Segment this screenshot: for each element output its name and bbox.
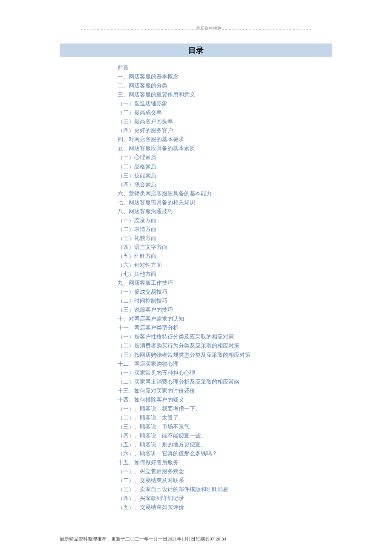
header-rule: ………………………………………………………………………最新资料推荐…………………… [60, 26, 332, 32]
toc-item[interactable]: 十、对网店客户需求的认知 [118, 314, 332, 323]
toc-item[interactable]: 八、网店客服沟通技巧 [118, 207, 332, 216]
toc-item[interactable]: （四）更好的服务客户 [118, 126, 332, 135]
toc-item[interactable]: （四）、顾客说：能不能便宜一些。 [118, 431, 332, 440]
toc-item[interactable]: 一、网店客服的基本概念 [118, 72, 332, 81]
toc-item[interactable]: （一）、树立售后服务观念 [118, 467, 332, 476]
toc-item[interactable]: 十三、如何应对买家的讨价还价 [118, 386, 332, 395]
toc-item[interactable]: 三、网店客服的重要作用和意义 [118, 90, 332, 99]
toc-item[interactable]: （七）其他方面 [118, 269, 332, 278]
toc-item[interactable]: （三）提高客户回头率 [118, 117, 332, 126]
toc-item[interactable]: （四）、买家款到详细记录 [118, 494, 332, 503]
toc-item[interactable]: （六）针对性方面 [118, 260, 332, 269]
toc-item[interactable]: （六）、顾客讲：它真的值那么多钱吗？ [118, 449, 332, 458]
toc-list: 前言一、网店客服的基本概念二、网店客服的分类三、网店客服的重要作用和意义（一）塑… [118, 63, 332, 512]
toc-item[interactable]: （三）按网店购物者常规类型分类及应采取的相应对策 [118, 350, 332, 359]
toc-item[interactable]: 十一、网店客户类型分析 [118, 323, 332, 332]
toc-item[interactable]: （一）买家常见的五种担心心理 [118, 368, 332, 377]
toc-item[interactable]: （二）、顾客说：太贵了。 [118, 413, 332, 422]
toc-item[interactable]: 十四、如何排除客户的疑义 [118, 395, 332, 404]
toc-item[interactable]: 五、网店客服应具备的基本素质 [118, 144, 332, 153]
toc-item[interactable]: 六、营销类网店客服应具备的基本能力 [118, 189, 332, 198]
toc-item[interactable]: （四）综合素质 [118, 180, 332, 189]
toc-item[interactable]: 十五、如何做好售后服务 [118, 458, 332, 467]
toc-item[interactable]: （五）、顾客说：别的地方更便宜。 [118, 440, 332, 449]
toc-item[interactable]: 前言 [118, 63, 332, 72]
toc-item[interactable]: （一）态度方面 [118, 216, 332, 225]
toc-item[interactable]: （四）语言文字方面 [118, 243, 332, 251]
toc-item[interactable]: （三）、卖家自己设计的邮件模版和旺旺消息 [118, 485, 332, 494]
toc-item[interactable]: 九、网店客服工作技巧 [118, 278, 332, 287]
toc-item[interactable]: （二）按消费者购买行为分类及应采取的相应对策 [118, 341, 332, 350]
toc-item[interactable]: 十二、网店买家购物心理 [118, 359, 332, 368]
toc-item[interactable]: （三）、顾客说：市场不景气。 [118, 422, 332, 431]
footer-text: 最新精品资料整理推荐，更新于二〇二一年一月一日2021年1月1日星期五07:28… [60, 536, 332, 542]
toc-item[interactable]: （二）、交易结束及时联系 [118, 476, 332, 485]
toc-item[interactable]: 四、对网店客服的基本要求 [118, 135, 332, 144]
toc-item[interactable]: （二）表情方面 [118, 225, 332, 234]
toc-item[interactable]: （五）、交易结束如实评价 [118, 503, 332, 512]
toc-item[interactable]: （二）品格素质 [118, 162, 332, 171]
toc-item[interactable]: （一）促成交易技巧 [118, 287, 332, 296]
toc-item[interactable]: （一）按客户性格特征分类及应采取的相应对策 [118, 332, 332, 341]
document-page: ………………………………………………………………………最新资料推荐…………………… [60, 26, 332, 512]
toc-item[interactable]: 七、网店客服需具备的相关知识 [118, 198, 332, 207]
toc-item[interactable]: （一）塑造店铺形象 [118, 99, 332, 108]
toc-title-bar: 目录 [60, 43, 332, 57]
toc-item[interactable]: （三）技能素质 [118, 171, 332, 180]
toc-item[interactable]: （五）旺旺方面 [118, 251, 332, 260]
toc-item[interactable]: （三）说服客户的技巧 [118, 305, 332, 314]
toc-item[interactable]: （一）心理素质 [118, 153, 332, 162]
toc-item[interactable]: （二）时间控制技巧 [118, 296, 332, 305]
toc-item[interactable]: （二）买家网上消费心理分析及应采取的相应策略 [118, 377, 332, 386]
toc-item[interactable]: （三）礼貌方面 [118, 234, 332, 243]
toc-item[interactable]: 二、网店客服的分类 [118, 81, 332, 90]
toc-item[interactable]: （一）、顾客说：我要考虑一下。 [118, 404, 332, 413]
toc-item[interactable]: （二）提高成交率 [118, 108, 332, 117]
